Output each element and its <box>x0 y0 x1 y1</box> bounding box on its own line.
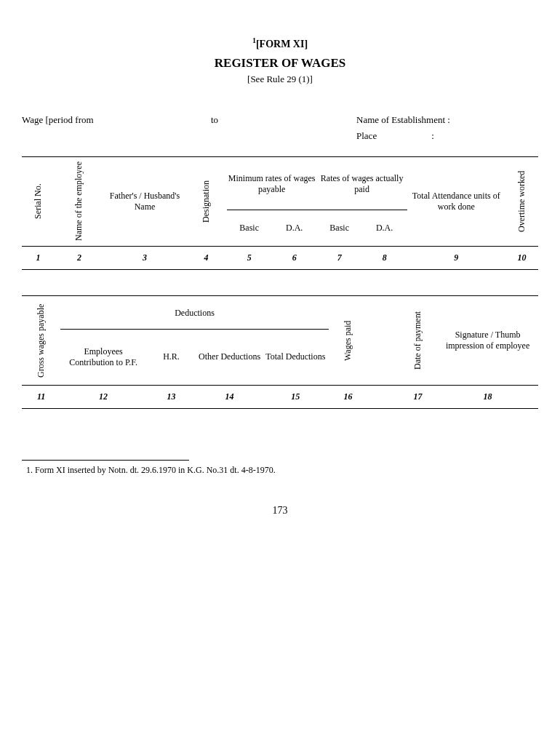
num-cell: 16 <box>329 385 367 408</box>
col-hr: H.R. <box>146 330 196 386</box>
num-cell: 13 <box>146 385 196 408</box>
num-cell <box>367 385 399 408</box>
col-basic-2: Basic <box>317 210 362 246</box>
to-label: to <box>211 114 356 126</box>
form-label: 1[FORM XI] <box>22 36 538 50</box>
col-da-2: D.A. <box>362 210 407 246</box>
col-fathers-husbands: Father's / Husband's Name <box>104 156 186 246</box>
col-basic-1: Basic <box>227 210 272 246</box>
document-subtitle: [See Rule 29 (1)] <box>22 73 538 85</box>
form-label-text: [FORM XI] <box>256 39 308 49</box>
col-other-deductions: Other Deductions <box>196 330 263 386</box>
num-cell: 4 <box>185 246 226 269</box>
num-cell: 11 <box>22 385 60 408</box>
num-cell: 7 <box>317 246 362 269</box>
num-cell: 3 <box>104 246 186 269</box>
col-emp-contrib-pf: Employees Contribution to P.F. <box>60 330 145 386</box>
num-cell: 9 <box>407 246 505 269</box>
name-of-establishment-label: Name of Establishment : <box>356 114 538 126</box>
wages-table-1: Serial No. Name of the employee Father's… <box>22 156 538 270</box>
col-wages-paid: Wages paid <box>343 300 353 381</box>
col-rates-actually-group: Rates of wages actually paid <box>317 156 407 210</box>
footnote-text: 1. Form XI inserted by Notn. dt. 29.6.19… <box>26 465 538 476</box>
col-designation: Designation <box>201 162 212 242</box>
col-gross-wages: Gross wages payable <box>36 300 47 381</box>
num-cell: 17 <box>399 385 437 408</box>
num-cell: 12 <box>60 385 145 408</box>
col-signature-thumb: Signature / Thumb impression of employee <box>437 295 538 385</box>
col-name-employee: Name of the employee <box>73 162 84 242</box>
document-header: 1[FORM XI] REGISTER OF WAGES [See Rule 2… <box>22 36 538 85</box>
num-cell: 10 <box>505 246 538 269</box>
meta-block: Wage [period from to Name of Establishme… <box>22 114 538 142</box>
document-title: REGISTER OF WAGES <box>22 56 538 71</box>
col-total-deductions: Total Deductions <box>263 330 329 386</box>
footnote-rule <box>22 460 189 461</box>
num-cell: 18 <box>437 385 538 408</box>
col-serial-no: Serial No. <box>33 162 44 242</box>
num-cell: 2 <box>55 246 104 269</box>
place-label: Place <box>356 130 429 142</box>
col-date-of-payment: Date of payment <box>412 300 423 381</box>
num-cell: 5 <box>227 246 272 269</box>
num-cell: 8 <box>362 246 407 269</box>
num-cell: 15 <box>263 385 329 408</box>
page-number: 173 <box>22 505 538 517</box>
col-overtime-worked: Overtime worked <box>516 162 527 242</box>
col-da-1: D.A. <box>272 210 317 246</box>
wages-table-2: Gross wages payable Deductions Wages pai… <box>22 295 538 409</box>
num-cell: 14 <box>196 385 263 408</box>
col-deductions-group: Deductions <box>60 295 328 329</box>
num-cell: 1 <box>22 246 55 269</box>
col-min-rates-group: Minimum rates of wages payable <box>227 156 317 210</box>
num-cell: 6 <box>272 246 317 269</box>
table-2-number-row: 11 12 13 14 15 16 17 18 <box>22 385 538 408</box>
table-1-number-row: 1 2 3 4 5 6 7 8 9 10 <box>22 246 538 269</box>
col-total-attendance: Total Attendance units of work done <box>407 156 505 246</box>
place-colon: : <box>431 130 434 141</box>
wage-period-from-label: Wage [period from <box>22 114 211 126</box>
